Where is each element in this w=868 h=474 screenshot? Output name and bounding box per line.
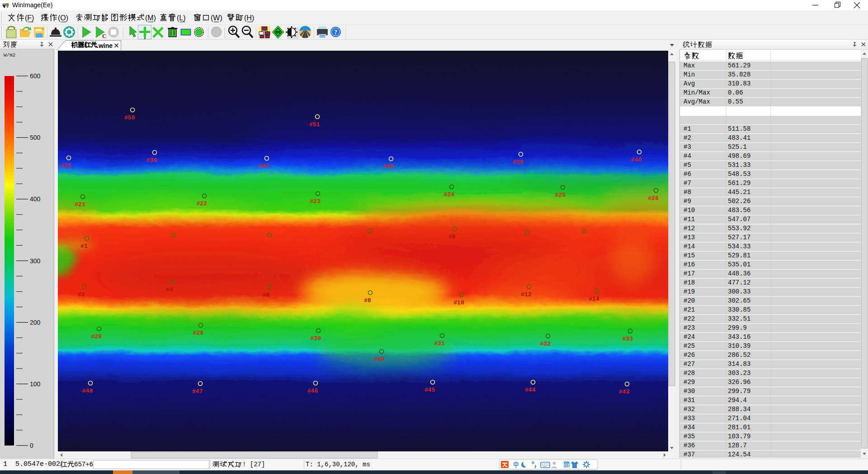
- svg-text:#31: #31: [434, 340, 445, 347]
- svg-text:#38: #38: [383, 163, 394, 170]
- svg-text:#50: #50: [124, 114, 135, 121]
- svg-text:#45: #45: [425, 387, 435, 393]
- svg-text:#47: #47: [192, 388, 203, 395]
- svg-text:#43: #43: [619, 389, 630, 395]
- svg-text:#26: #26: [648, 195, 659, 202]
- svg-text:#10: #10: [453, 299, 464, 306]
- svg-text:#30: #30: [310, 335, 321, 342]
- svg-text:#32: #32: [540, 341, 551, 347]
- svg-text:#46: #46: [307, 388, 318, 394]
- svg-text:#33: #33: [622, 336, 633, 342]
- svg-text:C: C: [102, 33, 106, 39]
- svg-text:#24: #24: [443, 191, 454, 198]
- svg-text:#49: #49: [373, 356, 384, 363]
- svg-text:#29: #29: [193, 330, 203, 337]
- svg-text:#48: #48: [82, 388, 93, 394]
- svg-text:#44: #44: [525, 387, 536, 393]
- svg-text:#22: #22: [196, 200, 207, 207]
- svg-text:#35: #35: [61, 162, 71, 169]
- svg-text:#8: #8: [364, 297, 371, 304]
- svg-text:#4: #4: [166, 286, 173, 293]
- svg-text:#21: #21: [75, 201, 85, 208]
- svg-text:#9: #9: [448, 233, 456, 240]
- svg-text:#6: #6: [263, 292, 270, 299]
- svg-text:#25: #25: [555, 192, 566, 199]
- svg-text:#40: #40: [631, 156, 642, 163]
- svg-text:#51: #51: [309, 121, 320, 128]
- svg-text:#23: #23: [310, 198, 321, 205]
- svg-text:#2: #2: [78, 291, 85, 298]
- svg-text:#28: #28: [91, 333, 102, 340]
- svg-text:#37: #37: [259, 163, 269, 170]
- svg-text:#36: #36: [146, 157, 157, 164]
- svg-text:#39: #39: [513, 159, 524, 166]
- svg-text:#1: #1: [80, 243, 88, 250]
- svg-text:#14: #14: [589, 296, 599, 303]
- svg-text:#12: #12: [521, 291, 532, 298]
- svg-text:?: ?: [334, 29, 337, 36]
